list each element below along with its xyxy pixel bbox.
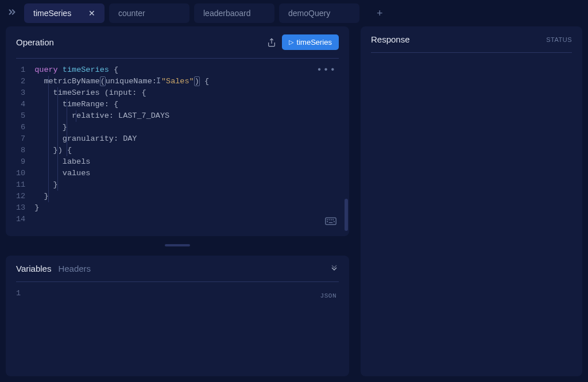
line-numbers: 1 <box>16 288 30 371</box>
query-tabs: timeSeries ✕ counter leaderbaoard demoQu… <box>24 3 359 23</box>
operation-panel: Operation ▷ timeSeries 12345678910111213… <box>6 26 349 236</box>
more-options-icon[interactable]: ••• <box>316 64 336 76</box>
new-tab-button[interactable]: + <box>371 4 389 23</box>
response-panel: Response STATUS <box>361 26 582 376</box>
expand-sidebar-icon[interactable] <box>5 5 20 22</box>
tab-label: leaderbaoard <box>203 9 251 18</box>
top-bar: timeSeries ✕ counter leaderbaoard demoQu… <box>0 0 588 26</box>
run-query-button[interactable]: ▷ timeSeries <box>282 34 339 50</box>
divider <box>371 52 572 53</box>
tab-counter[interactable]: counter <box>109 3 189 23</box>
tab-timeseries[interactable]: timeSeries ✕ <box>24 3 105 23</box>
run-button-label: timeSeries <box>297 38 332 47</box>
tab-leaderboard[interactable]: leaderbaoard <box>194 3 274 23</box>
keyboard-shortcuts-icon[interactable] <box>325 217 336 229</box>
play-icon: ▷ <box>289 38 293 46</box>
line-numbers: 1234567891011121314 <box>16 64 34 230</box>
operation-title: Operation <box>16 37 54 47</box>
svg-point-7 <box>334 221 334 222</box>
tab-headers[interactable]: Headers <box>58 264 91 273</box>
svg-point-3 <box>329 219 330 220</box>
svg-point-2 <box>327 219 328 220</box>
svg-point-4 <box>331 219 331 220</box>
code-content: query timeSeries { metricByName(uniqueNa… <box>34 64 209 230</box>
json-format-label: JSON <box>320 290 336 302</box>
tab-variables[interactable]: Variables <box>16 264 51 273</box>
panel-resize-handle[interactable] <box>165 244 190 246</box>
svg-point-5 <box>333 219 334 220</box>
operation-editor[interactable]: 1234567891011121314 query timeSeries { m… <box>6 59 349 236</box>
tab-label: demoQuery <box>288 9 330 18</box>
tab-label: counter <box>118 9 145 18</box>
tab-label: timeSeries <box>33 9 71 18</box>
response-status-label: STATUS <box>546 36 572 43</box>
share-icon[interactable] <box>267 38 276 47</box>
variables-editor[interactable]: 1 JSON <box>6 282 349 376</box>
scrollbar-vertical[interactable] <box>345 199 348 231</box>
collapse-panel-icon[interactable] <box>330 264 339 273</box>
variables-panel: Variables Headers 1 JSON <box>6 256 349 376</box>
svg-point-6 <box>327 221 328 222</box>
response-title: Response <box>371 34 410 44</box>
tab-demoquery[interactable]: demoQuery <box>279 3 359 23</box>
close-icon[interactable]: ✕ <box>88 9 95 18</box>
